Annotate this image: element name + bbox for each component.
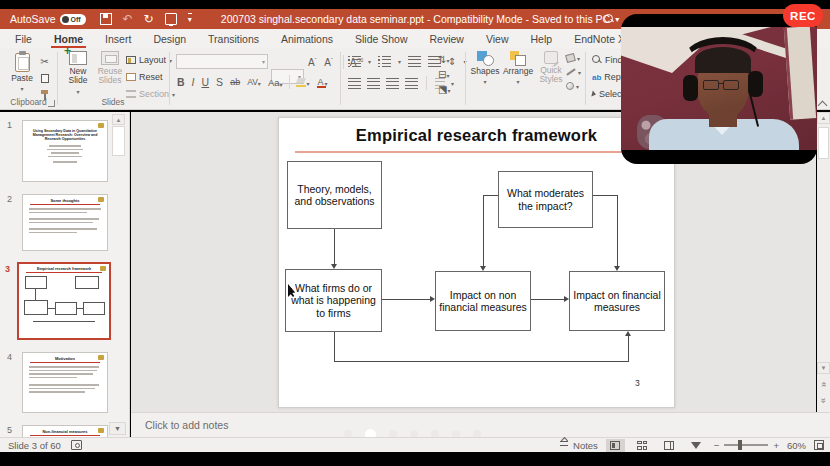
slide-3-thumbnail-selected[interactable]: Empirical research framework bbox=[17, 262, 111, 340]
slide-1-thumbnail[interactable]: Using Secondary Data in Quantitative Man… bbox=[22, 120, 108, 182]
autosave-knob-icon bbox=[62, 16, 69, 23]
recording-badge: REC bbox=[783, 4, 823, 27]
tab-animations[interactable]: Animations bbox=[270, 29, 344, 48]
box-impact-nonfinancial[interactable]: Impact on non financial measures bbox=[435, 271, 531, 331]
start-presentation-icon[interactable] bbox=[165, 13, 177, 25]
document-title: 200703 singhal.secondary data seminar.pp… bbox=[221, 9, 619, 29]
slide-page-number: 3 bbox=[635, 378, 640, 388]
thumbnail-panel-scrollbar[interactable]: ▲ bbox=[112, 114, 126, 176]
zoom-level[interactable]: 60% bbox=[787, 440, 806, 451]
rec-label: REC bbox=[790, 10, 816, 22]
scroll-down-icon[interactable]: ▼ bbox=[817, 362, 830, 374]
accessibility-checker-icon[interactable] bbox=[71, 440, 82, 450]
connector-moderates-left bbox=[483, 195, 498, 196]
thumbnail-scrollbar-thumb[interactable] bbox=[112, 126, 125, 156]
powerpoint-window: AutoSave Off ↶ ↻ ▾ 200703 singhal.second… bbox=[0, 0, 830, 466]
collapse-thumbnail-panel-button[interactable]: ▼ bbox=[109, 422, 126, 435]
undo-icon[interactable]: ↶ bbox=[123, 14, 133, 24]
slide-sorter-view-button[interactable] bbox=[633, 439, 652, 452]
numbering-icon[interactable] bbox=[382, 56, 391, 67]
saved-location-chevron-icon[interactable]: ▾ bbox=[615, 15, 619, 24]
webcam-overlay bbox=[621, 14, 817, 164]
arrowhead bbox=[564, 296, 569, 302]
quick-access-toolbar: ↶ ↻ ▾ bbox=[100, 13, 192, 26]
notes-toggle-label: Notes bbox=[573, 440, 598, 451]
tab-review[interactable]: Review bbox=[419, 29, 475, 48]
increase-font-size-icon[interactable]: Aˆ bbox=[308, 57, 320, 68]
slide-4-thumbnail[interactable]: Motivation bbox=[22, 352, 108, 413]
previous-slide-icon[interactable]: « bbox=[817, 378, 830, 391]
zoom-out-icon[interactable]: − bbox=[714, 440, 720, 451]
bullets-icon[interactable] bbox=[352, 56, 361, 67]
find-button[interactable]: Find bbox=[592, 55, 623, 65]
text-direction-icon[interactable]: ⇅▾ bbox=[438, 54, 450, 65]
scrollbar-thumb[interactable] bbox=[818, 127, 829, 159]
slide-2-title: Some thoughts bbox=[23, 198, 107, 203]
next-slide-icon[interactable]: « bbox=[817, 394, 830, 407]
slide-1-title: Using Secondary Data in Quantitative Man… bbox=[23, 129, 107, 141]
zoom-in-icon[interactable]: + bbox=[773, 440, 779, 451]
reading-view-button[interactable] bbox=[660, 439, 679, 452]
arrange-label: Arrange bbox=[503, 67, 533, 76]
tab-view[interactable]: View bbox=[475, 29, 520, 48]
save-icon[interactable] bbox=[100, 13, 112, 25]
scroll-up-icon[interactable]: ▲ bbox=[817, 112, 830, 124]
notes-placeholder[interactable]: Click to add notes bbox=[145, 419, 228, 431]
document-title-text: 200703 singhal.secondary data seminar.pp… bbox=[221, 13, 610, 25]
decrease-indent-icon[interactable] bbox=[408, 56, 421, 67]
customize-quick-access-icon[interactable]: ▾ bbox=[188, 13, 192, 26]
slide-title[interactable]: Empirical research framework bbox=[279, 126, 674, 145]
glasses-bridge bbox=[718, 83, 724, 84]
normal-view-button[interactable] bbox=[606, 439, 625, 452]
tab-help[interactable]: Help bbox=[520, 29, 564, 48]
connector-feedback-horizontal bbox=[334, 361, 628, 362]
notes-toggle-button[interactable]: Notes bbox=[559, 440, 598, 451]
gt-logo bbox=[98, 355, 104, 360]
box-impact-financial[interactable]: Impact on financial measures bbox=[569, 271, 665, 331]
shape-outline-icon[interactable]: ▾ bbox=[566, 67, 581, 77]
zoom-slider[interactable] bbox=[724, 444, 768, 446]
slideshow-icon bbox=[691, 442, 701, 449]
autosave-toggle[interactable]: AutoSave Off bbox=[10, 13, 86, 25]
slide-4-number: 4 bbox=[7, 352, 12, 362]
font-name-combobox[interactable] bbox=[176, 54, 268, 69]
connector-feedback-up bbox=[628, 336, 629, 362]
redo-icon[interactable]: ↻ bbox=[144, 14, 154, 24]
box-theory-models[interactable]: Theory, models, and observations bbox=[287, 161, 382, 229]
search-icon[interactable] bbox=[604, 14, 614, 24]
gt-logo bbox=[98, 123, 104, 128]
zoom-slider-thumb[interactable] bbox=[738, 440, 742, 450]
box-what-firms-do[interactable]: What firms do or what is happening to fi… bbox=[285, 269, 382, 332]
vertical-scrollbar[interactable]: ▲ ▼ « « bbox=[817, 112, 830, 412]
tab-slide-show[interactable]: Slide Show bbox=[344, 29, 419, 48]
arrowhead bbox=[331, 264, 337, 269]
decrease-font-size-icon[interactable]: Aˇ bbox=[324, 57, 336, 68]
tab-design[interactable]: Design bbox=[142, 29, 197, 48]
slide-2-thumbnail[interactable]: Some thoughts bbox=[22, 194, 108, 251]
connector-moderates-right-v bbox=[617, 195, 618, 266]
shape-fill-icon[interactable]: ▾ bbox=[566, 54, 581, 62]
slide-indicator: Slide 3 of 60 bbox=[8, 440, 61, 451]
autosave-switch[interactable]: Off bbox=[60, 14, 86, 25]
gt-logo bbox=[100, 266, 106, 271]
gt-logo bbox=[98, 428, 104, 433]
reading-view-icon bbox=[664, 441, 674, 450]
thumbnail-scroll-up-icon[interactable]: ▲ bbox=[112, 114, 125, 125]
arrowhead bbox=[430, 296, 435, 302]
connector-firms-to-nonfinancial bbox=[382, 299, 430, 300]
slide-editor[interactable]: Empirical research framework Theory, mod… bbox=[278, 117, 675, 408]
tab-insert[interactable]: Insert bbox=[94, 29, 142, 48]
collapse-ribbon-icon[interactable] bbox=[819, 100, 827, 108]
bottom-letterbox-bar bbox=[0, 452, 830, 466]
box-what-moderates[interactable]: What moderates the impact? bbox=[498, 171, 593, 228]
tab-transitions[interactable]: Transitions bbox=[197, 29, 270, 48]
clipboard-dialog-launcher[interactable] bbox=[48, 100, 55, 107]
tab-file[interactable]: File bbox=[4, 29, 43, 48]
find-label: Find bbox=[605, 55, 623, 65]
slides-group-label: Slides bbox=[57, 97, 169, 107]
slide-5-thumbnail[interactable]: Non-financial measures bbox=[22, 425, 108, 437]
connector-nonfinancial-to-financial bbox=[531, 299, 564, 300]
fit-slide-to-window-icon[interactable] bbox=[814, 440, 824, 450]
slideshow-view-button[interactable] bbox=[687, 439, 706, 452]
quick-styles-icon bbox=[544, 51, 558, 64]
